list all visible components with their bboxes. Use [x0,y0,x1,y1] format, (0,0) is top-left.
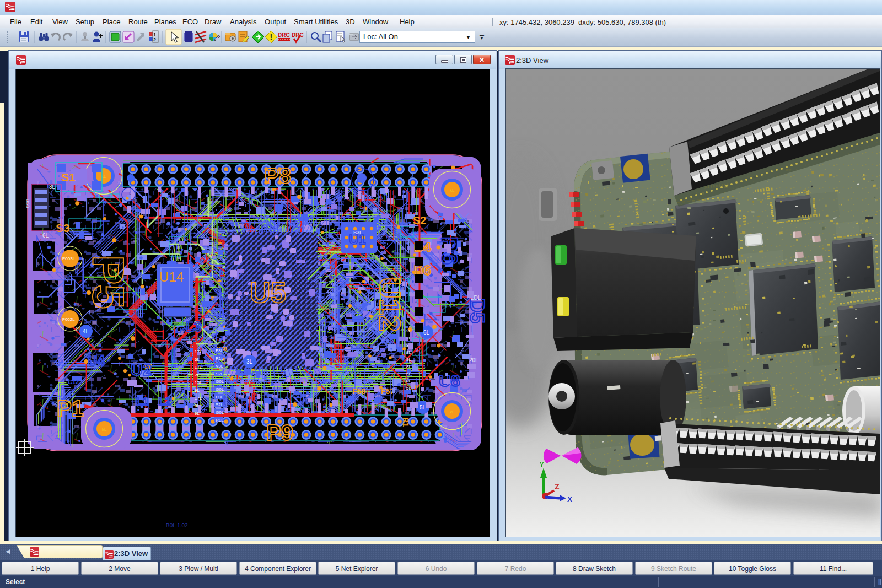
svg-text:5L: 5L [406,371,411,376]
svg-text:DRC: DRC [278,32,290,38]
svg-text:2: 2 [153,37,156,42]
svg-text:9L: 9L [195,403,200,408]
svg-text:kL: kL [450,409,455,414]
svg-text:6L: 6L [195,357,200,362]
svg-text:15L: 15L [195,380,202,385]
svg-text:R1: R1 [401,417,410,427]
svg-text:S3: S3 [56,222,70,234]
svg-text:X: X [567,495,573,504]
svg-text:8L: 8L [406,357,411,362]
svg-text:F002L: F002L [62,317,75,322]
svg-text:7L: 7L [195,373,200,377]
svg-text:P5: P5 [84,255,133,309]
svg-text:R1L: R1L [216,418,224,423]
svg-text:3L: 3L [246,359,253,365]
svg-text:S2L: S2L [216,402,224,407]
svg-text:S2L: S2L [216,371,224,376]
svg-text:9L: 9L [195,388,200,393]
svg-text:P8L: P8L [216,395,224,400]
svg-text:17L: 17L [195,349,202,354]
svg-text:B3L: B3L [353,230,362,235]
svg-text:L3: L3 [186,319,201,334]
svg-text:17L: 17L [195,396,202,401]
svg-text:G0L: G0L [216,387,224,392]
svg-text:P8: P8 [264,164,291,188]
svg-text:Z: Z [555,482,560,491]
svg-text:R1L: R1L [216,356,224,361]
svg-text:4L: 4L [83,328,89,335]
svg-text:U2: U2 [131,360,152,379]
svg-text:P003L: P003L [62,256,76,261]
svg-text:S1: S1 [61,171,76,184]
svg-text:20L: 20L [469,357,478,363]
svg-text:G0L: G0L [216,410,224,415]
svg-text:Y: Y [540,461,544,468]
svg-text:17L: 17L [195,365,202,370]
svg-text:P8L: P8L [216,348,224,353]
svg-text:P1: P1 [57,396,84,420]
svg-text:P9: P9 [266,420,293,445]
svg-text:2L: 2L [406,336,411,341]
svg-text:USB: USB [25,199,30,208]
svg-text:8L: 8L [406,364,411,369]
svg-text:U5: U5 [250,277,286,309]
svg-text:6L: 6L [42,233,49,239]
svg-text:V3L: V3L [216,364,224,369]
svg-text:U14: U14 [159,269,184,284]
svg-text:kL: kL [102,427,107,432]
svg-text:8L: 8L [406,350,411,355]
svg-text:B0L 1.02: B0L 1.02 [166,522,188,528]
svg-text:S2: S2 [413,214,426,226]
svg-text:F58: F58 [352,387,365,396]
svg-text:6L: 6L [423,330,430,336]
svg-text:U7: U7 [176,326,186,335]
svg-text:U12: U12 [374,277,407,332]
svg-text:!: ! [270,33,273,41]
svg-text:U4: U4 [88,353,105,368]
svg-text:2L: 2L [406,328,411,333]
svg-text:C12: C12 [68,379,79,385]
svg-text:9L: 9L [195,411,200,416]
svg-text:L2: L2 [158,395,171,407]
svg-text:5L: 5L [420,404,426,411]
svg-text:L1: L1 [136,395,149,407]
svg-text:DRC: DRC [292,32,304,38]
svg-text:kL: kL [450,188,455,193]
svg-text:G0L: G0L [216,379,224,384]
svg-text:D5: D5 [466,298,488,323]
